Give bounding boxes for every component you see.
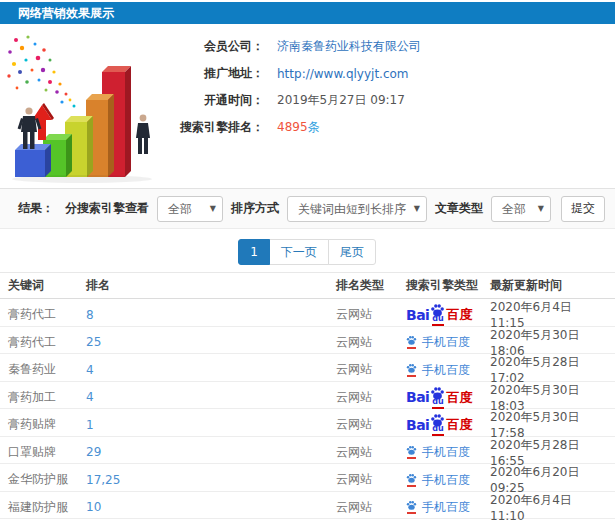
table-row: 膏药贴牌1云网站Baidu百度2020年5月30日 17:58 xyxy=(0,409,615,437)
rank-type-cell: 云网站 xyxy=(336,361,406,378)
submit-button[interactable]: 提交 xyxy=(561,196,605,222)
bar-chart-clipart-icon xyxy=(2,32,174,184)
company-label: 会员公司： xyxy=(168,38,264,55)
rank-link[interactable]: 4 xyxy=(86,390,336,404)
chevron-down-icon: ▼ xyxy=(210,197,216,221)
sort-select[interactable]: 关键词由短到长排序 ▼ xyxy=(287,196,427,222)
table-row: 膏药代工8云网站Baidu百度2020年6月4日 11:15 xyxy=(0,299,615,327)
engine-cell: 手机百度 xyxy=(406,363,490,377)
table-row: 秦鲁药业4云网站手机百度2020年5月28日 17:02 xyxy=(0,354,615,382)
table-row: 金华防护服17,25云网站手机百度2020年6月20日 09:25 xyxy=(0,464,615,492)
company-info-panel: 会员公司： 济南秦鲁药业科技有限公司 推广地址： http://www.qlyy… xyxy=(168,33,421,141)
keyword-cell: 口罩贴牌 xyxy=(8,444,86,461)
engine-cell: Baidu百度 xyxy=(406,413,490,436)
update-time-cell: 2020年5月28日 16:55 xyxy=(490,437,607,468)
update-time-cell: 2020年5月30日 18:06 xyxy=(490,327,607,358)
engine-cell: 手机百度 xyxy=(406,473,490,487)
col-rank: 排名 xyxy=(86,277,336,294)
baidu-paw-icon xyxy=(406,500,417,511)
field-rank-count: 搜索引擎排名： 4895条 xyxy=(168,114,421,141)
rank-type-cell: 云网站 xyxy=(336,471,406,488)
rank-type-cell: 云网站 xyxy=(336,334,406,351)
engine-select[interactable]: 全部 ▼ xyxy=(157,196,223,222)
mobile-baidu-logo: 手机百度 xyxy=(406,473,470,487)
chevron-down-icon: ▼ xyxy=(414,197,420,221)
engine-cell: 手机百度 xyxy=(406,445,490,459)
rank-link[interactable]: 25 xyxy=(86,335,336,349)
rank-link[interactable]: 4 xyxy=(86,363,336,377)
update-time-cell: 2020年5月30日 17:58 xyxy=(490,409,607,440)
update-time-cell: 2020年5月30日 18:03 xyxy=(490,382,607,413)
table-row: 膏药加工4云网站Baidu百度2020年5月30日 18:03 xyxy=(0,382,615,410)
mobile-baidu-logo: 手机百度 xyxy=(406,335,470,349)
keyword-cell: 膏药加工 xyxy=(8,389,86,406)
page-1-button[interactable]: 1 xyxy=(238,239,270,265)
article-type-label: 文章类型 xyxy=(435,200,483,217)
keyword-cell: 福建防护服 xyxy=(8,499,86,516)
keyword-cell: 秦鲁药业 xyxy=(8,361,86,378)
field-company: 会员公司： 济南秦鲁药业科技有限公司 xyxy=(168,33,421,60)
keyword-cell: 膏药代工 xyxy=(8,334,86,351)
rank-link[interactable]: 1 xyxy=(86,418,336,432)
baidu-paw-icon xyxy=(406,335,417,346)
marketing-illustration xyxy=(2,32,174,184)
rank-link[interactable]: 29 xyxy=(86,445,336,459)
field-url: 推广地址： http://www.qlyyjt.com xyxy=(168,60,421,87)
rank-link[interactable]: 17,25 xyxy=(86,473,336,487)
rank-type-cell: 云网站 xyxy=(336,306,406,323)
update-time-cell: 2020年6月4日 11:15 xyxy=(490,299,607,330)
keyword-rank-table: 关键词 排名 排名类型 搜索引擎类型 最新更新时间 膏药代工8云网站Baidu百… xyxy=(0,272,615,520)
confetti-dots xyxy=(7,35,75,107)
col-rank-type: 排名类型 xyxy=(336,277,406,294)
rank-type-cell: 云网站 xyxy=(336,389,406,406)
open-time-value: 2019年5月27日 09:17 xyxy=(277,92,405,109)
company-link[interactable]: 济南秦鲁药业科技有限公司 xyxy=(277,38,421,55)
page-header: 网络营销效果展示 xyxy=(0,2,615,24)
pagination: 1 下一页 尾页 xyxy=(0,239,615,265)
keyword-cell: 膏药贴牌 xyxy=(8,416,86,433)
mobile-baidu-logo: 手机百度 xyxy=(406,445,470,459)
table-row: 口罩贴牌29云网站手机百度2020年5月28日 16:55 xyxy=(0,437,615,465)
mobile-baidu-logo: 手机百度 xyxy=(406,500,470,514)
rank-type-cell: 云网站 xyxy=(336,416,406,433)
update-time-cell: 2020年6月20日 09:25 xyxy=(490,464,607,495)
rank-type-cell: 云网站 xyxy=(336,499,406,516)
keyword-cell: 膏药代工 xyxy=(8,306,86,323)
open-time-label: 开通时间： xyxy=(168,92,264,109)
engine-cell: 手机百度 xyxy=(406,500,490,514)
last-page-button[interactable]: 尾页 xyxy=(328,239,376,265)
field-open-time: 开通时间： 2019年5月27日 09:17 xyxy=(168,87,421,114)
baidu-paw-icon xyxy=(406,445,417,456)
rank-count-value: 4895条 xyxy=(277,119,320,136)
baidu-logo: Baidu百度 xyxy=(406,413,472,436)
table-body: 膏药代工8云网站Baidu百度2020年6月4日 11:15膏药代工25云网站手… xyxy=(0,299,615,520)
engine-cell: 手机百度 xyxy=(406,335,490,349)
article-type-select[interactable]: 全部 ▼ xyxy=(491,196,551,222)
baidu-paw-icon xyxy=(406,473,417,484)
marketing-dashboard: 网络营销效果展示 xyxy=(0,0,615,520)
keyword-cell: 金华防护服 xyxy=(8,471,86,488)
col-engine-type: 搜索引擎类型 xyxy=(406,277,490,294)
table-row: 膏药代工25云网站手机百度2020年5月30日 18:06 xyxy=(0,327,615,355)
rank-link[interactable]: 10 xyxy=(86,500,336,514)
col-update-time: 最新更新时间 xyxy=(490,277,607,294)
update-time-cell: 2020年6月4日 11:10 xyxy=(490,492,607,520)
col-keyword: 关键词 xyxy=(8,277,86,294)
engine-cell: Baidu百度 xyxy=(406,303,490,326)
url-label: 推广地址： xyxy=(168,65,264,82)
filter-bar: 结果： 分搜索引擎查看 全部 ▼ 排序方式 关键词由短到长排序 ▼ 文章类型 全… xyxy=(0,188,615,229)
result-label: 结果： xyxy=(18,200,54,217)
mobile-baidu-logo: 手机百度 xyxy=(406,363,470,377)
sort-label: 排序方式 xyxy=(231,200,279,217)
baidu-paw-icon xyxy=(406,363,417,374)
table-header-row: 关键词 排名 排名类型 搜索引擎类型 最新更新时间 xyxy=(0,272,615,299)
chevron-down-icon: ▼ xyxy=(538,197,544,221)
promotion-url-link[interactable]: http://www.qlyyjt.com xyxy=(277,67,409,81)
next-page-button[interactable]: 下一页 xyxy=(269,239,329,265)
baidu-logo: Baidu百度 xyxy=(406,303,472,326)
rank-count-label: 搜索引擎排名： xyxy=(168,119,264,136)
engine-cell: Baidu百度 xyxy=(406,386,490,409)
baidu-logo: Baidu百度 xyxy=(406,386,472,409)
rank-link[interactable]: 8 xyxy=(86,308,336,322)
table-row: 福建防护服10云网站手机百度2020年6月4日 11:10 xyxy=(0,492,615,520)
